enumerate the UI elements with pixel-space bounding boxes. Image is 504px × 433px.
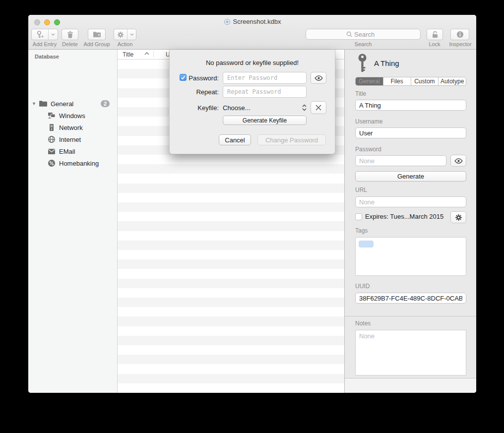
search-label: Search [306, 41, 421, 47]
entry-header: A Thing [357, 54, 399, 73]
show-password-button[interactable] [450, 155, 466, 167]
sidebar-item-label: Windows [59, 112, 85, 120]
sidebar-item-label: EMail [59, 148, 75, 155]
cancel-button[interactable]: Cancel [219, 134, 251, 145]
group-label: General [51, 100, 73, 108]
search-field[interactable] [354, 31, 380, 38]
gear-icon [114, 29, 127, 40]
keyfile-popup[interactable]: Choose... [223, 101, 307, 114]
uuid-field[interactable] [355, 293, 466, 304]
action-label: Action [114, 41, 136, 47]
lock-label: Lock [422, 41, 447, 47]
enter-password-field[interactable] [223, 72, 307, 84]
trash-icon [67, 31, 73, 38]
url-field[interactable] [355, 196, 466, 207]
titlebar-toolbar: Screenshot.kdbx Add Entry Delete Add Gro… [28, 15, 476, 50]
close-x-icon [315, 105, 321, 111]
open-padlock-icon [432, 31, 439, 38]
entry-title: A Thing [374, 59, 399, 67]
inspector-panel: A Thing General Files Custom Autotype Ti… [344, 50, 476, 393]
gear-icon [455, 214, 462, 221]
clear-keyfile-button[interactable] [311, 101, 326, 114]
document-proxy-icon [224, 18, 231, 25]
delete-button[interactable] [62, 29, 78, 40]
info-icon [456, 31, 464, 38]
sidebar-item-label: Homebanking [59, 160, 99, 167]
tags-field[interactable] [355, 237, 466, 276]
inspector-button[interactable] [450, 29, 469, 40]
add-entry-label: Add Entry [28, 41, 61, 47]
section-divider [345, 316, 476, 316]
notes-label: Notes [355, 320, 371, 327]
tag-pill[interactable] [359, 241, 374, 247]
group-sidebar: Database ▼ General 2 Windows Network [28, 50, 118, 393]
username-label: Username [355, 118, 382, 125]
tab-autotype[interactable]: Autotype [439, 77, 466, 85]
tags-label: Tags [355, 227, 368, 234]
lock-button[interactable] [427, 29, 443, 40]
password-label: Password: [185, 74, 219, 82]
tab-general[interactable]: General [356, 77, 383, 85]
change-password-button[interactable]: Change Password [257, 134, 326, 145]
generate-keyfile-button[interactable]: Generate Keyfile [223, 116, 307, 125]
search-input[interactable] [306, 29, 421, 40]
delete-label: Delete [58, 41, 82, 47]
envelope-icon [48, 148, 56, 155]
sidebar-item-email[interactable]: EMail [28, 146, 117, 157]
inspector-label: Inspector [445, 41, 475, 47]
globe-icon [48, 135, 56, 143]
repeat-label: Repeat: [185, 88, 219, 96]
sidebar-item-internet[interactable]: Internet [28, 134, 117, 145]
sort-ascending-icon [144, 52, 149, 55]
add-group-button[interactable] [88, 29, 106, 40]
username-field[interactable] [355, 127, 466, 138]
sidebar-section-header: Database [35, 54, 59, 60]
title-label: Title [355, 90, 366, 97]
sidebar-item-label: Internet [59, 136, 81, 143]
sidebar-item-windows[interactable]: Windows [28, 110, 117, 121]
expires-checkbox[interactable] [355, 213, 362, 220]
show-password-button[interactable] [311, 72, 326, 84]
key-plus-icon [32, 29, 48, 40]
change-password-sheet: No password or keyfile supplied! Passwor… [169, 50, 335, 154]
tab-custom[interactable]: Custom [411, 77, 439, 85]
inspector-tabs: General Files Custom Autotype [355, 77, 466, 86]
percent-icon [48, 159, 56, 167]
dialog-message: No password or keyfile supplied! [170, 59, 335, 66]
expiry-settings-button[interactable] [450, 211, 466, 223]
add-group-label: Add Group [80, 41, 113, 47]
sidebar-item-label: Network [59, 124, 83, 131]
action-button[interactable] [114, 29, 136, 40]
tab-files[interactable]: Files [383, 77, 411, 85]
add-entry-dropdown-arrow-icon[interactable] [48, 29, 58, 40]
entry-count-badge: 2 [101, 100, 110, 107]
sidebar-item-network[interactable]: Network [28, 122, 117, 133]
keyfile-label: Keyfile: [185, 104, 219, 112]
search-icon [346, 31, 352, 37]
server-icon [48, 124, 56, 131]
sidebar-item-homebanking[interactable]: Homebanking [28, 158, 117, 169]
sidebar-group-general[interactable]: ▼ General 2 [28, 98, 117, 109]
column-divider[interactable] [153, 51, 154, 58]
expires-row: Expires: Tues...March 2015 [355, 213, 443, 220]
password-field[interactable] [355, 155, 446, 166]
column-header-title[interactable]: Title [123, 51, 133, 58]
windows-icon [48, 112, 56, 120]
folder-plus-icon [93, 31, 101, 38]
keyfile-popup-value: Choose... [223, 104, 251, 112]
window-title: Screenshot.kdbx [28, 18, 476, 25]
key-icon [357, 54, 368, 73]
app-window: Screenshot.kdbx Add Entry Delete Add Gro… [28, 15, 476, 393]
stepper-icon [302, 104, 307, 111]
eye-icon [315, 75, 323, 81]
password-label: Password [355, 146, 381, 153]
disclosure-triangle-icon[interactable]: ▼ [32, 101, 39, 106]
uuid-label: UUID [355, 283, 370, 290]
repeat-password-field[interactable] [223, 86, 307, 98]
add-entry-button[interactable] [31, 29, 58, 40]
action-dropdown-arrow-icon[interactable] [127, 29, 136, 40]
notes-field[interactable] [355, 330, 466, 375]
generate-password-button[interactable]: Generate [355, 171, 466, 182]
title-field[interactable] [355, 100, 466, 111]
eye-icon [454, 158, 463, 164]
